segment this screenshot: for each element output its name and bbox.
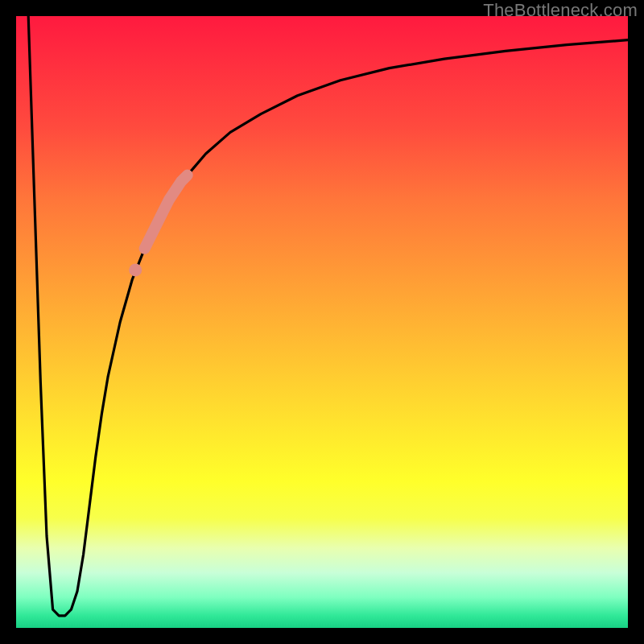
chart-svg <box>16 16 628 628</box>
plot-area <box>16 16 628 628</box>
bottleneck-curve-path <box>28 16 628 616</box>
highlight-dot-lower <box>129 263 142 276</box>
chart-frame: TheBottleneck.com <box>0 0 644 644</box>
highlight-segment-path <box>145 175 188 249</box>
